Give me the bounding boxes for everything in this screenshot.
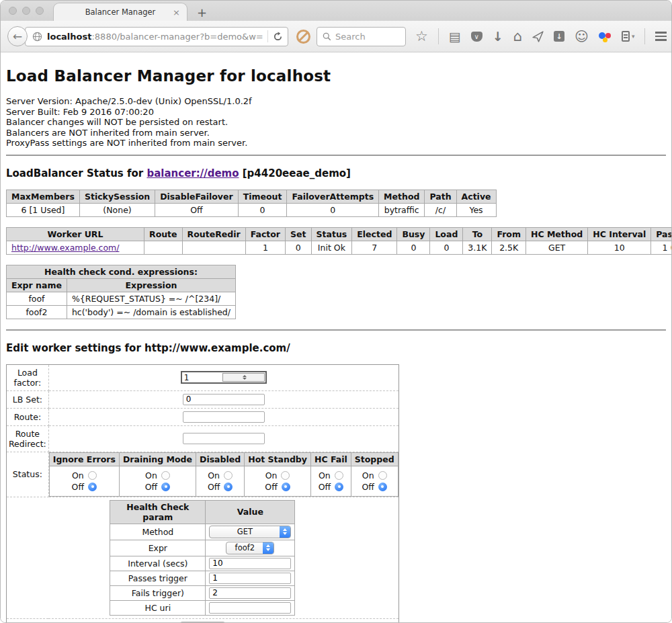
browser-window: Balancer Manager × + ← localhost:8880/ba… (0, 0, 672, 623)
hc-fail-off-radio[interactable] (335, 483, 343, 491)
menu-icon[interactable] (655, 32, 667, 41)
hc-fail-on-radio[interactable] (335, 471, 343, 480)
cell-expression: hc('body') =~ /domain is established/ (67, 305, 235, 319)
expr-select[interactable]: foof2 (226, 542, 274, 554)
route-redirect-input[interactable] (183, 433, 265, 444)
status-heading-prefix: LoadBalancer Status for (6, 167, 146, 179)
url-path: :8880/balancer-manager?b=demo&w=http://w… (91, 32, 263, 42)
col-header: Stopped (351, 452, 398, 466)
new-tab-button[interactable]: + (197, 5, 207, 21)
edit-worker-heading: Edit worker settings for http://www.exam… (6, 342, 666, 354)
close-window-button[interactable] (9, 7, 17, 15)
col-header: Status (311, 227, 352, 241)
col-header: Elected (352, 227, 397, 241)
downloads-icon[interactable]: ↓ (493, 30, 503, 43)
table-header-row: Expr name Expression (7, 278, 236, 292)
fails-input[interactable] (209, 587, 291, 599)
chevron-down-icon: ▾ (632, 33, 635, 40)
expression-row: foof %{REQUEST_STATUS} =~ /^[234]/ (7, 292, 236, 305)
hc-uri-input[interactable] (209, 602, 291, 614)
hot-standby-on-radio[interactable] (281, 471, 290, 480)
col-header: Expr name (7, 278, 67, 292)
lb-set-input[interactable] (183, 394, 265, 405)
col-header: Path (425, 190, 456, 203)
zoom-window-button[interactable] (36, 7, 44, 15)
search-box[interactable] (317, 27, 406, 46)
passes-input[interactable] (209, 573, 291, 584)
chat-smiley-icon[interactable]: ☺ (575, 30, 589, 43)
draining-mode-on-radio[interactable] (161, 471, 170, 480)
worker-table: Worker URL Route RouteRedir Factor Set S… (6, 227, 671, 255)
ignore-errors-radios: On Off (49, 466, 119, 496)
disabled-on-radio[interactable] (224, 471, 233, 480)
table-header-row: Ignore Errors Draining Mode Disabled Hot… (49, 452, 398, 466)
tab-title: Balancer Manager (85, 7, 156, 17)
off-label: Off (265, 482, 277, 492)
pocket-icon[interactable]: ∨ (471, 32, 482, 42)
method-select[interactable]: GET (209, 526, 291, 538)
url-bar[interactable]: localhost:8880/balancer-manager?b=demo&w… (25, 27, 288, 46)
expressions-table: Health check cond. expressions: Expr nam… (6, 265, 236, 319)
balancer-status-table: MaxMembers StickySession DisableFailover… (6, 190, 497, 217)
col-header: StickySession (79, 190, 155, 203)
form-row-route: Route: (7, 408, 399, 425)
col-header: Factor (245, 227, 285, 241)
stopped-on-radio[interactable] (378, 471, 387, 480)
interval-input[interactable] (209, 558, 291, 569)
load-factor-input[interactable]: 1 (181, 371, 267, 384)
send-tab-icon[interactable] (532, 31, 544, 42)
minimize-window-button[interactable] (22, 7, 30, 15)
save-page-icon[interactable]: ↓ (554, 31, 564, 42)
form-row-load-factor: Load factor: 1 (7, 364, 399, 390)
select-stepper-icon (263, 542, 274, 554)
route-input[interactable] (183, 411, 265, 423)
table-title-row: Health check cond. expressions: (7, 265, 236, 278)
close-tab-icon[interactable]: × (173, 8, 180, 17)
inherit-notice-line: Balancers are NOT inherited from main se… (6, 128, 666, 138)
adblock-icon[interactable] (296, 30, 310, 44)
home-icon[interactable]: ⌂ (513, 30, 522, 44)
cell-expression: %{REQUEST_STATUS} =~ /^[234]/ (67, 292, 235, 305)
spinner-down-icon[interactable] (243, 378, 247, 380)
health-check-table: Health Check param Value Method GET (110, 500, 295, 616)
off-label: Off (319, 482, 331, 492)
col-header: Expression (67, 278, 235, 292)
table-header-row: Worker URL Route RouteRedir Factor Set S… (7, 227, 672, 241)
col-header: Hot Standby (245, 452, 311, 466)
url-divider (267, 30, 268, 42)
reload-icon[interactable] (273, 32, 283, 42)
col-header: FailoverAttempts (287, 190, 379, 203)
search-input[interactable] (335, 32, 389, 42)
bookmark-star-icon[interactable]: ☆ (415, 30, 428, 44)
sidebar-panel-icon[interactable]: ▾ (622, 31, 635, 42)
hc-uri-cell (206, 600, 295, 615)
worker-url-link[interactable]: http://www.example.com/ (11, 243, 119, 253)
hot-standby-off-radio[interactable] (282, 483, 290, 491)
draining-mode-off-radio[interactable] (161, 483, 170, 491)
number-spinner[interactable] (222, 373, 265, 382)
reading-list-icon[interactable]: ▤ (449, 30, 461, 43)
ignore-errors-off-radio[interactable] (88, 483, 97, 491)
worker-row: http://www.example.com/ 1 0 Init Ok 7 0 … (7, 241, 672, 254)
disabled-radios: On Off (196, 466, 245, 496)
method-selected-value: GET (210, 527, 280, 536)
disabled-off-radio[interactable] (224, 483, 233, 491)
cell-maxmembers: 6 [1 Used] (7, 203, 80, 216)
balancer-link[interactable]: balancer://demo (146, 167, 239, 179)
spinner-up-icon[interactable] (243, 375, 247, 377)
on-label: On (319, 470, 331, 481)
hello-dots-icon[interactable] (599, 31, 612, 42)
status-heading-suffix: [p4420eeae_demo] (239, 167, 351, 179)
on-label: On (265, 470, 278, 481)
edit-worker-form: Load factor: 1 LB Set: Route: (6, 364, 399, 623)
tab-balancer-manager[interactable]: Balancer Manager × (53, 3, 187, 21)
page-content: Load Balancer Manager for localhost Serv… (1, 52, 671, 623)
form-row-submit: Submit (7, 618, 399, 623)
ignore-errors-on-radio[interactable] (88, 471, 97, 480)
url-text[interactable]: localhost:8880/balancer-manager?b=demo&w… (47, 32, 263, 42)
stopped-off-radio[interactable] (378, 483, 387, 491)
back-button[interactable]: ← (7, 26, 28, 46)
on-label: On (208, 470, 220, 481)
load-factor-cell: 1 (48, 364, 398, 390)
divider (6, 329, 666, 331)
